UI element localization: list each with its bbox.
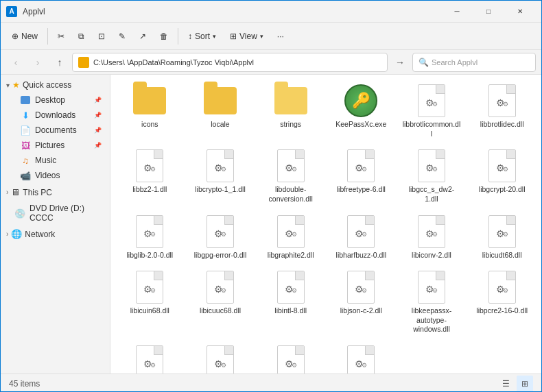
file-item[interactable]: ⚙ ⚙ libjson-c-2.dll <box>327 267 395 339</box>
delete-button[interactable]: 🗑 <box>154 26 174 47</box>
sidebar-item-pictures[interactable]: 🖼 Pictures 📌 <box>3 138 107 153</box>
search-box[interactable]: 🔍 Search Applvl <box>412 53 536 72</box>
search-icon: 🔍 <box>419 58 429 67</box>
file-name: libcrypto-1_1.dll <box>195 185 246 195</box>
file-item[interactable]: ⚙ ⚙ libbrotlidec.dll <box>468 80 536 143</box>
file-item[interactable]: ⚙ ⚙ libdouble-conversion.dll <box>257 145 325 208</box>
file-item[interactable]: ⚙ ⚙ libglib-2.0-0.dll <box>116 211 184 265</box>
documents-icon: 📄 <box>20 125 31 136</box>
file-name: libfreetype-6.dll <box>337 185 386 195</box>
chevron-down-icon: ▾ <box>6 82 10 89</box>
file-item[interactable]: icons <box>116 80 184 143</box>
forward-button[interactable]: › <box>28 53 47 72</box>
view-toggle: ☰ ⊞ <box>497 376 533 392</box>
videos-icon: 📹 <box>20 170 31 181</box>
file-item[interactable]: ⚙ ⚙ libkeepassx-autotype-windows.dll <box>398 267 466 339</box>
folder-icon <box>204 84 237 117</box>
file-item[interactable]: ⚙ ⚙ libqrencode.dll <box>187 341 255 373</box>
file-item[interactable]: ⚙ ⚙ libicuin68.dll <box>116 267 184 339</box>
file-item[interactable]: ⚙ ⚙ libharfbuzz-0.dll <box>327 211 395 265</box>
file-item[interactable]: ⚙ ⚙ libpng16-16.dll <box>116 341 184 373</box>
details-view-button[interactable]: ☰ <box>497 376 514 392</box>
view-button[interactable]: ⊞ View ▾ <box>224 26 269 47</box>
delete-icon: 🗑 <box>160 32 168 41</box>
close-button[interactable]: ✕ <box>504 1 536 23</box>
network-header[interactable]: › 🌐 Network <box>1 226 110 242</box>
chevron-right-icon-2: › <box>6 230 8 238</box>
titlebar: A Applvl ─ □ ✕ <box>1 1 541 23</box>
addressbar: ‹ › ↑ C:\Users\ \AppData\Roaming\Tyzoc V… <box>1 50 541 75</box>
keepass-icon: 🔑 <box>344 84 377 117</box>
file-item[interactable]: ⚙ ⚙ libquazip5.dll <box>257 341 325 373</box>
file-item[interactable]: ⚙ ⚙ libgcrypt-20.dll <box>468 145 536 208</box>
copy-button[interactable]: ⧉ <box>73 26 90 47</box>
file-name: libglib-2.0-0.dll <box>126 251 173 260</box>
file-item[interactable]: ⚙ ⚙ libintl-8.dll <box>257 267 325 339</box>
maximize-button[interactable]: □ <box>473 1 504 23</box>
file-item[interactable]: ⚙ ⚙ libiconv-2.dll <box>398 211 466 265</box>
pin-icon-3: 📌 <box>94 127 102 134</box>
file-name: libgpg-error-0.dll <box>194 251 246 260</box>
file-item[interactable]: ⚙ ⚙ libbrotlicommon.dll <box>398 80 466 143</box>
sidebar-item-downloads[interactable]: ⬇ Downloads 📌 <box>3 108 107 123</box>
paste-button[interactable]: ⊡ <box>93 26 110 47</box>
more-button[interactable]: ··· <box>272 26 290 47</box>
view-icon: ⊞ <box>230 32 237 41</box>
sidebar-item-music[interactable]: ♫ Music <box>3 153 107 168</box>
file-item[interactable]: ⚙ ⚙ libpcre2-16-0.dll <box>468 267 536 339</box>
file-item[interactable]: ⚙ ⚙ libbz2-1.dll <box>116 145 184 208</box>
address-bar[interactable]: C:\Users\ \AppData\Roaming\Tyzoc Viqbi\A… <box>72 53 388 72</box>
grid-view-button[interactable]: ⊞ <box>517 376 533 392</box>
quick-access-header[interactable]: ▾ ★ Quick access <box>1 77 110 93</box>
file-name: icons <box>141 120 158 130</box>
file-item[interactable]: ⚙ ⚙ libgpg-error-0.dll <box>187 211 255 265</box>
minimize-button[interactable]: ─ <box>441 1 473 23</box>
dll-icon: ⚙ ⚙ <box>344 345 377 373</box>
file-item[interactable]: ⚙ ⚙ libgcc_s_dw2-1.dll <box>398 145 466 208</box>
sort-chevron-icon: ▾ <box>213 33 216 40</box>
file-item[interactable]: ⚙ ⚙ libreadline8.dll <box>327 341 395 373</box>
up-button[interactable]: ↑ <box>50 53 69 72</box>
dll-icon: ⚙ ⚙ <box>204 345 237 373</box>
sidebar-item-dvd[interactable]: 💿 DVD Drive (D:) CCCC <box>3 201 107 225</box>
pin-icon-4: 📌 <box>94 142 102 149</box>
share-icon: ↗ <box>139 32 146 41</box>
file-content: icons locale strings 🔑 KeePassXc.exe ⚙ ⚙… <box>110 75 541 373</box>
this-pc-header[interactable]: › 🖥 This PC <box>1 184 110 200</box>
paste-icon: ⊡ <box>98 32 105 41</box>
sidebar-item-videos[interactable]: 📹 Videos <box>3 168 107 183</box>
sort-button[interactable]: ↕ Sort ▾ <box>182 26 222 47</box>
file-name: libpcre2-16-0.dll <box>476 306 528 316</box>
sidebar-item-desktop[interactable]: Desktop 📌 <box>3 93 107 108</box>
file-name: libiconv-2.dll <box>412 251 451 260</box>
file-item[interactable]: ⚙ ⚙ libicuuc68.dll <box>187 267 255 339</box>
statusbar: 45 items ☰ ⊞ <box>1 373 541 392</box>
more-icon: ··· <box>277 32 284 41</box>
dll-icon: ⚙ ⚙ <box>274 215 307 248</box>
refresh-button[interactable]: → <box>390 53 410 72</box>
file-item[interactable]: ⚙ ⚙ libgraphite2.dll <box>257 211 325 265</box>
folder-icon <box>78 57 89 68</box>
pin-icon-2: 📌 <box>94 112 102 119</box>
file-name: libgcrypt-20.dll <box>479 185 526 195</box>
file-name: strings <box>280 120 301 130</box>
pin-icon: 📌 <box>94 97 102 103</box>
sort-icon: ↕ <box>188 32 192 41</box>
file-item[interactable]: strings <box>257 80 325 143</box>
file-item[interactable]: 🔑 KeePassXc.exe <box>327 80 395 143</box>
dll-icon: ⚙ ⚙ <box>274 149 307 182</box>
back-button[interactable]: ‹ <box>6 53 25 72</box>
sidebar-item-documents[interactable]: 📄 Documents 📌 <box>3 123 107 138</box>
file-name: KeePassXc.exe <box>335 120 386 130</box>
file-item[interactable]: ⚙ ⚙ libicudt68.dll <box>468 211 536 265</box>
new-button[interactable]: ⊕ New <box>6 26 43 47</box>
dll-icon: ⚙ ⚙ <box>486 215 519 248</box>
file-item[interactable]: locale <box>187 80 255 143</box>
file-item[interactable]: ⚙ ⚙ libfreetype-6.dll <box>327 145 395 208</box>
share-button[interactable]: ↗ <box>134 26 152 47</box>
file-item[interactable]: ⚙ ⚙ libcrypto-1_1.dll <box>187 145 255 208</box>
dll-icon: ⚙ ⚙ <box>204 271 237 304</box>
rename-button[interactable]: ✎ <box>113 26 131 47</box>
dll-icon: ⚙ ⚙ <box>133 215 166 248</box>
cut-button[interactable]: ✂ <box>52 26 70 47</box>
